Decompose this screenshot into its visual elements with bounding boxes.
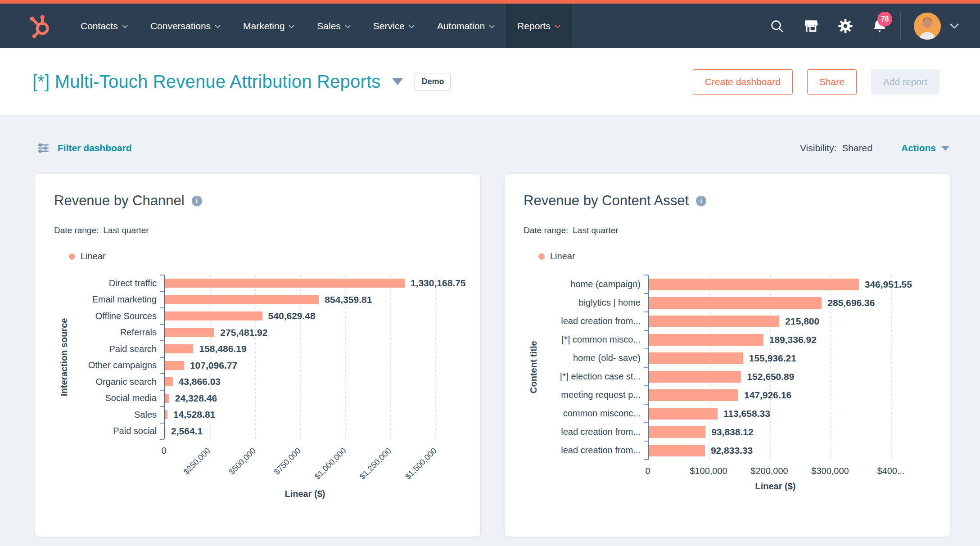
brand-top-strip <box>0 0 980 4</box>
category-label: Paid social <box>74 423 164 440</box>
category-label: Organic search <box>74 374 164 390</box>
plot-area: 346,951.55285,696.36215,800189,336.92155… <box>648 275 903 460</box>
bar[interactable] <box>165 295 319 304</box>
legend-item[interactable]: Linear <box>54 251 462 262</box>
legend-item[interactable]: Linear <box>524 251 932 262</box>
bar-value-label: 147,926.16 <box>744 390 791 401</box>
bar[interactable] <box>649 408 718 420</box>
create-dashboard-button[interactable]: Create dashboard <box>693 69 793 95</box>
actions-menu-button[interactable]: Actions <box>901 143 949 153</box>
nav-item-label: Automation <box>437 21 485 32</box>
filter-dashboard-link[interactable]: Filter dashboard <box>37 142 132 154</box>
account-menu[interactable] <box>904 12 959 40</box>
date-range-value: Last quarter <box>103 226 149 235</box>
legend-dot <box>69 253 75 260</box>
bar[interactable] <box>649 426 705 438</box>
settings-button[interactable] <box>828 4 863 48</box>
x-tick-label: $750,000 <box>272 446 303 477</box>
x-tick-label: 0 <box>645 466 650 476</box>
nav-item-label: Contacts <box>81 21 118 32</box>
page-header: [*] Multi-Touch Revenue Attribution Repo… <box>0 48 980 116</box>
visibility-label: Visibility: <box>800 143 836 153</box>
bar[interactable] <box>165 377 173 386</box>
info-icon[interactable]: i <box>696 196 706 206</box>
bar-value-label: 152,650.89 <box>747 371 794 382</box>
bar[interactable] <box>649 334 763 346</box>
bar[interactable] <box>165 279 405 288</box>
nav-item-label: Marketing <box>243 21 285 32</box>
nav-item-automation[interactable]: Automation <box>426 4 506 48</box>
plot-area: 1,330,168.75854,359.81540,629.48275,481.… <box>164 275 446 439</box>
header-actions: Create dashboard Share Add report <box>693 69 939 95</box>
legend-label: Linear <box>81 251 106 262</box>
bar-row: 24,328.46 <box>165 390 446 407</box>
category-label: lead creation from... <box>543 312 648 330</box>
dashboard-toolbar: Filter dashboard Visibility: Shared Acti… <box>35 142 951 154</box>
legend-label: Linear <box>550 251 575 262</box>
bar-row: 1,330,168.75 <box>165 275 446 292</box>
share-button[interactable]: Share <box>807 69 857 95</box>
bar[interactable] <box>649 279 859 290</box>
bar[interactable] <box>649 297 822 309</box>
notifications-button[interactable]: 78 <box>863 4 897 48</box>
x-tick-label: $300,000 <box>811 466 849 476</box>
bar[interactable] <box>165 410 167 419</box>
nav-item-reports[interactable]: Reports <box>506 4 572 48</box>
bar[interactable] <box>649 389 738 401</box>
info-icon[interactable]: i <box>192 196 202 206</box>
bar-value-label: 215,800 <box>785 316 819 327</box>
report-cards: Revenue by Channel i Date range: Last qu… <box>35 173 951 537</box>
bar[interactable] <box>649 445 705 456</box>
bar-row: 189,336.92 <box>649 330 903 349</box>
bar-row: 854,359.81 <box>165 292 446 308</box>
bar-chart: Interaction source Direct trafficEmail m… <box>54 275 462 499</box>
marketplace-button[interactable] <box>794 4 828 48</box>
bar[interactable] <box>165 344 193 353</box>
search-button[interactable] <box>760 4 794 48</box>
category-labels: home (campaign)biglytics | homelead crea… <box>543 275 648 460</box>
bar[interactable] <box>649 371 741 383</box>
bar[interactable] <box>165 361 184 370</box>
dashboard-switcher-caret[interactable] <box>392 78 403 85</box>
visibility-value: Shared <box>842 143 872 153</box>
bar-row: 152,650.89 <box>649 367 903 386</box>
bar-row: 14,528.81 <box>165 406 446 423</box>
nav-divider <box>900 13 901 40</box>
bar-row: 147,926.16 <box>649 386 903 404</box>
bar-row: 346,951.55 <box>649 275 903 293</box>
page-title: [*] Multi-Touch Revenue Attribution Repo… <box>32 72 380 92</box>
bar-value-label: 24,328.46 <box>175 393 217 404</box>
actions-label: Actions <box>901 143 936 153</box>
nav-item-service[interactable]: Service <box>362 4 426 48</box>
x-tick-label: $100,000 <box>690 466 727 476</box>
dashboard-content: Filter dashboard Visibility: Shared Acti… <box>0 116 980 537</box>
legend-dot <box>538 253 545 260</box>
category-label: Email marketing <box>74 292 164 308</box>
nav-right-icons: 78 <box>760 4 980 48</box>
nav-item-conversations[interactable]: Conversations <box>139 4 232 48</box>
bar[interactable] <box>165 328 214 337</box>
bar[interactable] <box>165 311 262 320</box>
bar-value-label: 43,866.03 <box>179 376 221 387</box>
bar[interactable] <box>649 316 779 327</box>
nav-item-marketing[interactable]: Marketing <box>232 4 306 48</box>
nav-item-contacts[interactable]: Contacts <box>69 4 139 48</box>
bar-value-label: 1,330,168.75 <box>411 278 466 289</box>
hubspot-sprocket-icon <box>27 13 53 39</box>
revenue-by-channel-card: Revenue by Channel i Date range: Last qu… <box>35 173 481 537</box>
chart-title: Revenue by Content Asset <box>524 193 689 209</box>
main-navbar: ContactsConversationsMarketingSalesServi… <box>0 4 980 48</box>
category-label: Other campaigns <box>74 357 164 374</box>
category-label: Referrals <box>74 325 164 341</box>
bar[interactable] <box>165 427 165 436</box>
hubspot-logo[interactable] <box>23 4 69 48</box>
bar[interactable] <box>165 394 169 403</box>
category-label: Direct traffic <box>74 275 164 292</box>
x-axis-title: Linear ($) <box>648 480 903 492</box>
y-axis-title: Content title <box>528 275 539 460</box>
bar[interactable] <box>649 352 743 364</box>
bar-value-label: 540,629.48 <box>268 311 316 321</box>
demo-badge: Demo <box>415 73 451 90</box>
bar-row: 107,096.77 <box>165 357 446 374</box>
nav-item-sales[interactable]: Sales <box>306 4 362 48</box>
